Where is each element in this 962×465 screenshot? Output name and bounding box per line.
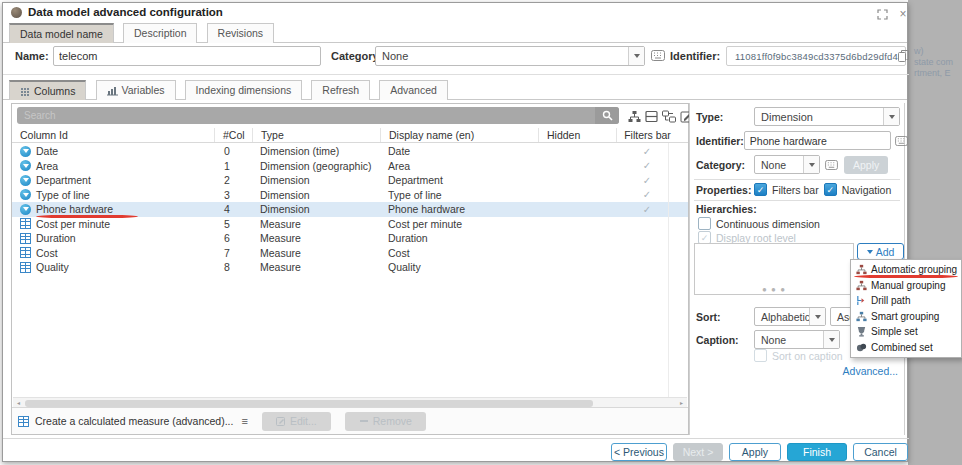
resize-handle[interactable]: ● ● ● [762, 285, 786, 294]
category-select[interactable]: None [375, 46, 645, 66]
horizontal-scrollbar[interactable]: ◂ ▸ [13, 397, 687, 407]
previous-button[interactable]: < Previous [611, 443, 667, 461]
menu-item-combined-set[interactable]: Combined set [851, 340, 961, 356]
category-row: Category: None Apply [696, 155, 900, 174]
keyboard-icon[interactable] [825, 160, 838, 170]
cancel-button[interactable]: Cancel [853, 443, 908, 461]
scroll-right-arrow[interactable]: ▸ [677, 399, 686, 407]
chevron-down-icon[interactable] [823, 331, 839, 348]
add-button[interactable]: Add [857, 243, 904, 260]
scroll-left-arrow[interactable]: ◂ [14, 399, 23, 407]
tab-columns[interactable]: Columns [9, 80, 86, 100]
menu-item-simple-set[interactable]: Simple set [851, 324, 961, 340]
sort-on-caption-label: Sort on caption [772, 350, 843, 362]
menu-icon[interactable]: ≡ [241, 415, 247, 427]
display-name: Phone hardware [380, 203, 538, 215]
col-header-hidden[interactable]: Hidden [538, 128, 616, 142]
menu-item-smart-grouping[interactable]: Smart grouping [851, 309, 961, 325]
tab-variables[interactable]: Variables [96, 80, 176, 100]
tab-description[interactable]: Description [123, 23, 198, 43]
edit-button-label: Edit... [290, 415, 317, 427]
col-header-filters-bar[interactable]: Filters bar [616, 128, 678, 142]
column-id: Type of line [36, 189, 90, 201]
navigation-checkbox[interactable]: ✓ [824, 183, 837, 196]
column-id: Duration [36, 232, 76, 244]
hierarchies-list[interactable]: ● ● ● [694, 243, 854, 295]
main-tab-bar: Data model name Description Revisions [3, 23, 907, 43]
table-row[interactable]: Cost 7 Measure Cost [12, 246, 688, 261]
chevron-down-icon[interactable] [809, 308, 825, 325]
chevron-down-icon[interactable] [883, 108, 899, 125]
identifier-row: Identifier: [696, 131, 900, 150]
chevron-down-icon[interactable] [628, 47, 644, 65]
menu-item-automatic-grouping[interactable]: Automatic grouping [851, 262, 961, 278]
column-type: Dimension (geographic) [252, 160, 380, 172]
col-header-col[interactable]: #Col [214, 128, 252, 142]
display-root-label: Display root level [716, 232, 796, 244]
remove-button[interactable]: Remove [345, 412, 426, 431]
col-header-type[interactable]: Type [252, 128, 380, 142]
calculated-measure-bar: Create a calculated measure (advanced)..… [12, 407, 688, 434]
col-header-column-id[interactable]: Column Id [12, 128, 214, 142]
col-header-display-name[interactable]: Display name (en) [380, 128, 538, 142]
table-row[interactable]: Duration 6 Measure Duration [12, 231, 688, 246]
panel-category-select[interactable]: None [754, 155, 820, 174]
menu-item-label: Automatic grouping [871, 264, 957, 275]
filters-bar-checkbox[interactable]: ✓ [754, 183, 767, 196]
advanced-link[interactable]: Advanced... [843, 365, 898, 377]
col-number: 1 [214, 160, 252, 172]
table-row[interactable]: Date 0 Dimension (time) Date ✓ [12, 144, 688, 159]
continuous-dimension-checkbox[interactable] [698, 217, 711, 230]
keyboard-icon[interactable] [895, 136, 908, 146]
panel-identifier-input[interactable] [744, 131, 891, 150]
tab-advanced[interactable]: Advanced [379, 80, 448, 100]
copy-icon[interactable] [898, 50, 909, 62]
table-row[interactable]: Cost per minute 5 Measure Cost per minut… [12, 217, 688, 232]
create-calculated-measure-label[interactable]: Create a calculated measure (advanced)..… [35, 415, 233, 427]
edit-button[interactable]: Edit... [262, 412, 331, 431]
col-number: 6 [214, 232, 252, 244]
menu-item-drill-path[interactable]: Drill path [851, 293, 961, 309]
add-dropdown-menu: Automatic grouping Manual grouping Drill… [850, 259, 962, 358]
hierarchy-icon[interactable] [626, 108, 642, 124]
tab-data-model-name[interactable]: Data model name [9, 23, 114, 43]
search-input[interactable] [17, 107, 595, 124]
column-id: Cost per minute [36, 218, 110, 230]
finish-button[interactable]: Finish [787, 443, 847, 461]
close-icon[interactable]: × [896, 7, 910, 21]
table-row[interactable]: Quality 8 Measure Quality [12, 260, 688, 275]
tab-refresh[interactable]: Refresh [311, 80, 370, 100]
keyboard-icon[interactable] [651, 50, 665, 61]
column-id: Date [36, 145, 58, 157]
link-tables-icon[interactable] [661, 108, 677, 124]
caption-select[interactable]: None [754, 330, 840, 349]
col-number: 8 [214, 261, 252, 273]
drill-path-icon [855, 295, 867, 306]
apply-button[interactable]: Apply [729, 443, 781, 461]
maximize-icon[interactable] [875, 7, 889, 21]
chevron-down-icon[interactable] [803, 156, 819, 173]
table-row[interactable]: Department 2 Dimension Department ✓ [12, 173, 688, 188]
table-row[interactable]: Type of line 3 Dimension Type of line ✓ [12, 188, 688, 203]
next-button[interactable]: Next > [673, 443, 723, 461]
measure-icon [20, 233, 31, 244]
remove-icon [359, 416, 369, 426]
tab-revisions[interactable]: Revisions [207, 23, 275, 43]
apply-category-button[interactable]: Apply [844, 156, 888, 174]
menu-item-label: Drill path [871, 295, 910, 306]
table-row[interactable]: Area 1 Dimension (geographic) Area ✓ [12, 159, 688, 174]
hierarchies-label: Hierarchies: [696, 203, 757, 215]
display-name: Duration [380, 232, 538, 244]
sort-select[interactable]: Alphabetic [754, 307, 826, 326]
search-icon[interactable] [595, 107, 619, 124]
sort-on-caption-checkbox[interactable] [754, 349, 767, 362]
layout-icon[interactable] [643, 108, 659, 124]
menu-item-manual-grouping[interactable]: Manual grouping [851, 278, 961, 294]
name-input[interactable] [53, 46, 321, 66]
properties-label: Properties: [696, 184, 754, 196]
column-id: Cost [36, 247, 58, 259]
type-select[interactable]: Dimension [754, 107, 900, 126]
tab-indexing-dimensions[interactable]: Indexing dimensions [185, 80, 303, 100]
filters-bar-checkbox-label: Filters bar [772, 184, 819, 196]
scrollbar-thumb[interactable] [25, 400, 593, 407]
